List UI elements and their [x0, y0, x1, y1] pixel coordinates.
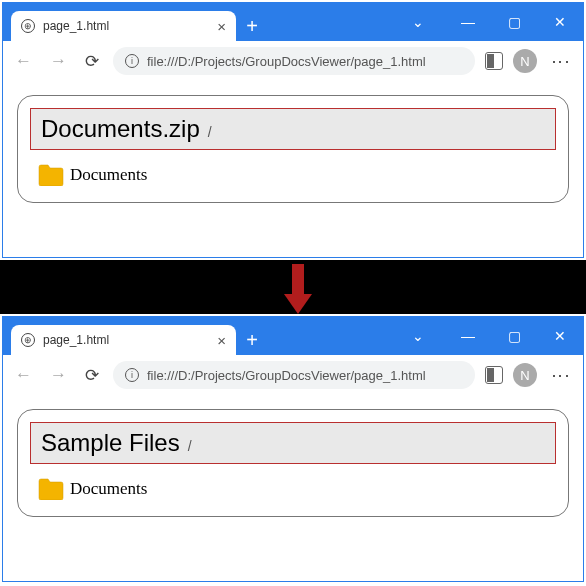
- folder-item[interactable]: Documents: [30, 160, 556, 190]
- minimize-button[interactable]: ―: [445, 317, 491, 355]
- reload-button[interactable]: ⟳: [81, 365, 103, 386]
- close-tab-icon[interactable]: ×: [217, 18, 226, 35]
- page-content: Documents.zip / Documents: [3, 81, 583, 217]
- folder-item[interactable]: Documents: [30, 474, 556, 504]
- folder-icon: [38, 478, 64, 500]
- browser-window-after: ⊕ page_1.html × + ⌄ ― ▢ ✕ ← → ⟳ i file:/…: [2, 316, 584, 582]
- url-text: file:///D:/Projects/GroupDocsViewer/page…: [147, 54, 426, 69]
- reload-button[interactable]: ⟳: [81, 51, 103, 72]
- browser-tab[interactable]: ⊕ page_1.html ×: [11, 11, 236, 41]
- menu-icon[interactable]: ⋮: [550, 47, 572, 75]
- toolbar: ← → ⟳ i file:///D:/Projects/GroupDocsVie…: [3, 41, 583, 81]
- reading-list-icon[interactable]: [485, 366, 503, 384]
- page-content: Sample Files / Documents: [3, 395, 583, 531]
- breadcrumb-title: Documents.zip: [41, 115, 200, 143]
- globe-icon: i: [125, 368, 139, 382]
- tab-title: page_1.html: [43, 333, 209, 347]
- breadcrumb: Documents.zip /: [30, 108, 556, 150]
- url-text: file:///D:/Projects/GroupDocsViewer/page…: [147, 368, 426, 383]
- chevron-down-icon[interactable]: ⌄: [395, 317, 441, 355]
- browser-tab[interactable]: ⊕ page_1.html ×: [11, 325, 236, 355]
- back-button[interactable]: ←: [11, 51, 36, 71]
- breadcrumb-separator: /: [188, 438, 192, 454]
- back-button[interactable]: ←: [11, 365, 36, 385]
- window-controls: ⌄ ― ▢ ✕: [395, 317, 583, 355]
- new-tab-button[interactable]: +: [236, 325, 268, 355]
- browser-window-before: ⊕ page_1.html × + ⌄ ― ▢ ✕ ← → ⟳ i file:/…: [2, 2, 584, 258]
- breadcrumb-title: Sample Files: [41, 429, 180, 457]
- tab-title: page_1.html: [43, 19, 209, 33]
- new-tab-button[interactable]: +: [236, 11, 268, 41]
- address-bar[interactable]: i file:///D:/Projects/GroupDocsViewer/pa…: [113, 361, 475, 389]
- globe-icon: i: [125, 54, 139, 68]
- folder-name: Documents: [70, 165, 147, 185]
- viewer-panel: Documents.zip / Documents: [17, 95, 569, 203]
- menu-icon[interactable]: ⋮: [550, 361, 572, 389]
- profile-avatar[interactable]: N: [513, 49, 537, 73]
- close-tab-icon[interactable]: ×: [217, 332, 226, 349]
- folder-icon: [38, 164, 64, 186]
- close-window-button[interactable]: ✕: [537, 317, 583, 355]
- profile-avatar[interactable]: N: [513, 363, 537, 387]
- breadcrumb: Sample Files /: [30, 422, 556, 464]
- folder-name: Documents: [70, 479, 147, 499]
- titlebar: ⊕ page_1.html × + ⌄ ― ▢ ✕: [3, 3, 583, 41]
- globe-icon: ⊕: [21, 19, 35, 33]
- globe-icon: ⊕: [21, 333, 35, 347]
- chevron-down-icon[interactable]: ⌄: [395, 3, 441, 41]
- close-window-button[interactable]: ✕: [537, 3, 583, 41]
- viewer-panel: Sample Files / Documents: [17, 409, 569, 517]
- forward-button[interactable]: →: [46, 51, 71, 71]
- toolbar: ← → ⟳ i file:///D:/Projects/GroupDocsVie…: [3, 355, 583, 395]
- maximize-button[interactable]: ▢: [491, 317, 537, 355]
- arrow-down-icon: [286, 264, 310, 314]
- titlebar: ⊕ page_1.html × + ⌄ ― ▢ ✕: [3, 317, 583, 355]
- maximize-button[interactable]: ▢: [491, 3, 537, 41]
- minimize-button[interactable]: ―: [445, 3, 491, 41]
- reading-list-icon[interactable]: [485, 52, 503, 70]
- address-bar[interactable]: i file:///D:/Projects/GroupDocsViewer/pa…: [113, 47, 475, 75]
- forward-button[interactable]: →: [46, 365, 71, 385]
- window-controls: ⌄ ― ▢ ✕: [395, 3, 583, 41]
- breadcrumb-separator: /: [208, 124, 212, 140]
